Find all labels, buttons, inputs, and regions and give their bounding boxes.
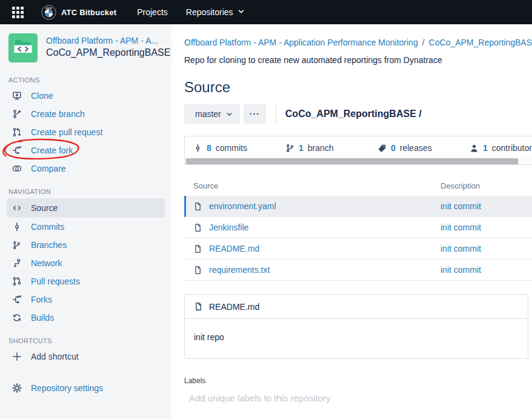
sidebar-project-link[interactable]: Offboard Platform - APM - A... bbox=[46, 36, 163, 45]
breadcrumb-separator: / bbox=[422, 38, 425, 47]
branch-selector-label: master bbox=[195, 109, 221, 119]
section-label-shortcuts: SHORTCUTS bbox=[8, 337, 163, 344]
sidebar-repo-name: CoCo_APM_ReportingBASE bbox=[46, 47, 163, 58]
file-description-cell: init commit bbox=[441, 201, 532, 212]
navbar-links: ProjectsRepositories bbox=[137, 7, 245, 18]
commit-message-link[interactable]: init commit bbox=[441, 201, 481, 211]
sidebar-item-repository-settings[interactable]: Repository settings bbox=[0, 379, 171, 397]
code-icon bbox=[12, 203, 23, 213]
sidebar-item-clone[interactable]: Clone bbox=[0, 87, 171, 105]
stat-label: releases bbox=[400, 143, 432, 153]
branch-selector-button[interactable]: master bbox=[184, 104, 240, 124]
sidebar-item-builds[interactable]: Builds bbox=[0, 309, 171, 327]
section-label-navigation: NAVIGATION bbox=[8, 188, 163, 195]
sidebar-item-create-fork[interactable]: Create fork bbox=[0, 141, 171, 159]
file-link[interactable]: README.md bbox=[209, 244, 259, 253]
page-title: Source bbox=[184, 79, 532, 96]
branch-icon bbox=[12, 240, 23, 250]
commit-message-link[interactable]: init commit bbox=[441, 244, 481, 253]
table-row-requirements-txt[interactable]: requirements.txtinit commit bbox=[184, 260, 532, 281]
stat-branch[interactable]: 1branch bbox=[285, 143, 377, 153]
pull-request-icon bbox=[12, 277, 23, 286]
stats-scrollbar[interactable] bbox=[185, 158, 532, 164]
column-source: Source bbox=[193, 181, 441, 190]
labels-section: Labels bbox=[184, 377, 532, 406]
file-link[interactable]: Jenkinsfile bbox=[209, 223, 248, 232]
plus-icon bbox=[12, 352, 23, 361]
sidebar-item-source[interactable]: Source bbox=[7, 198, 165, 218]
fork-icon bbox=[12, 295, 23, 304]
sidebar-item-commits[interactable]: Commits bbox=[0, 218, 171, 236]
table-row-readme-md[interactable]: README.mdinit commit bbox=[184, 238, 532, 260]
sidebar-item-network[interactable]: Network bbox=[0, 254, 171, 272]
commit-message-link[interactable]: init commit bbox=[441, 265, 481, 275]
labels-label: Labels bbox=[184, 377, 532, 385]
file-link[interactable]: environment.yaml bbox=[209, 201, 276, 211]
table-row-jenkinsfile[interactable]: Jenkinsfileinit commit bbox=[184, 217, 532, 238]
sidebar-item-compare[interactable]: Compare bbox=[0, 159, 171, 178]
brand-name: ATC Bitbucket bbox=[61, 8, 116, 17]
sidebar-item-forks[interactable]: Forks bbox=[0, 290, 171, 309]
sidebar-item-label: Create pull request bbox=[31, 127, 102, 137]
file-name-cell: environment.yaml bbox=[193, 201, 441, 211]
breadcrumb-project-link[interactable]: Offboard Platform - APM - Application Pe… bbox=[184, 38, 418, 47]
source-toolbar: master ··· CoCo_APM_ReportingBASE / bbox=[184, 104, 532, 124]
file-name-cell: README.md bbox=[193, 244, 441, 253]
stats-row: 8commits1branch0releases1contributor bbox=[185, 143, 532, 153]
fork-icon bbox=[12, 146, 23, 155]
stat-releases[interactable]: 0releases bbox=[377, 143, 470, 153]
repo-stats: 8commits1branch0releases1contributor bbox=[184, 136, 532, 165]
top-navbar: BMW ATC Bitbucket ProjectsRepositories bbox=[0, 0, 532, 24]
file-name-cell: Jenkinsfile bbox=[193, 223, 441, 232]
breadcrumb-repo-link[interactable]: CoCo_APM_ReportingBASE bbox=[429, 38, 532, 47]
labels-input[interactable] bbox=[184, 391, 390, 406]
more-actions-button[interactable]: ··· bbox=[244, 104, 266, 124]
nav-repositories[interactable]: Repositories bbox=[186, 7, 245, 18]
column-description: Description bbox=[441, 181, 532, 190]
repo-avatar bbox=[8, 33, 38, 62]
brand[interactable]: BMW ATC Bitbucket bbox=[41, 5, 116, 20]
current-path: CoCo_APM_ReportingBASE / bbox=[285, 109, 422, 119]
person-icon bbox=[470, 144, 479, 153]
sidebar-item-label: Commits bbox=[31, 222, 64, 232]
nav-projects[interactable]: Projects bbox=[137, 7, 168, 17]
table-row-environment-yaml[interactable]: environment.yamlinit commit bbox=[184, 196, 532, 217]
file-link[interactable]: requirements.txt bbox=[209, 265, 270, 275]
main-content: Offboard Platform - APM - Application Pe… bbox=[171, 24, 532, 419]
caret-down-icon bbox=[237, 7, 245, 18]
sidebar-item-label: Source bbox=[31, 203, 58, 213]
stats-scrollbar-thumb[interactable] bbox=[186, 158, 518, 164]
file-icon bbox=[193, 244, 202, 253]
commit-icon bbox=[193, 144, 202, 153]
sidebar-item-label: Create fork bbox=[31, 146, 73, 155]
sidebar-item-pull-requests[interactable]: Pull requests bbox=[0, 272, 171, 290]
nav-link-label: Projects bbox=[137, 7, 168, 17]
sidebar-item-create-branch[interactable]: Create branch bbox=[0, 105, 171, 123]
stat-label: branch bbox=[308, 143, 334, 153]
stat-contributor[interactable]: 1contributor bbox=[470, 143, 532, 153]
file-description-cell: init commit bbox=[441, 222, 532, 233]
sidebar-item-label: Builds bbox=[31, 313, 54, 323]
clone-icon bbox=[12, 91, 23, 101]
sidebar-item-add-shortcut[interactable]: Add shortcut bbox=[0, 347, 171, 366]
file-description-cell: init commit bbox=[441, 243, 532, 254]
stat-count: 1 bbox=[483, 143, 488, 153]
stat-commits[interactable]: 8commits bbox=[193, 143, 285, 153]
gear-icon bbox=[12, 383, 23, 393]
pull-request-plus-icon bbox=[12, 127, 23, 137]
readme-title: README.md bbox=[209, 302, 259, 312]
breadcrumb: Offboard Platform - APM - Application Pe… bbox=[184, 38, 532, 47]
compare-icon bbox=[12, 164, 23, 173]
commit-message-link[interactable]: init commit bbox=[441, 223, 481, 232]
file-table-header: Source Description bbox=[184, 178, 532, 196]
grid-icon bbox=[12, 7, 24, 18]
readme-header: README.md bbox=[185, 295, 528, 319]
app-switcher-grid-icon[interactable] bbox=[8, 3, 27, 21]
sidebar-item-create-pull-request[interactable]: Create pull request bbox=[0, 123, 171, 141]
sidebar-item-branches[interactable]: Branches bbox=[0, 236, 171, 254]
network-icon bbox=[12, 258, 23, 268]
readme-panel: README.md init repo bbox=[184, 294, 528, 359]
file-rows: environment.yamlinit commitJenkinsfilein… bbox=[184, 196, 532, 281]
sidebar-item-label: Repository settings bbox=[31, 383, 103, 393]
file-icon bbox=[193, 202, 202, 211]
